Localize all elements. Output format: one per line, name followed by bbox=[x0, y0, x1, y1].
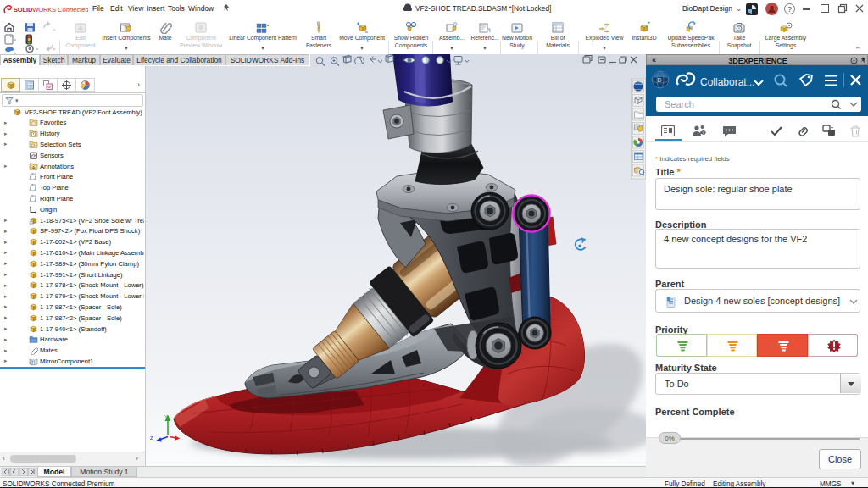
svg-text:D: D bbox=[658, 77, 662, 83]
svg-text:A: A bbox=[31, 164, 35, 169]
svg-text:Connected: Connected bbox=[58, 6, 88, 14]
svg-text:Z: Z bbox=[150, 435, 153, 441]
svg-text:Y: Y bbox=[164, 414, 168, 419]
svg-text:SOLIDWORKS: SOLIDWORKS bbox=[14, 6, 56, 14]
